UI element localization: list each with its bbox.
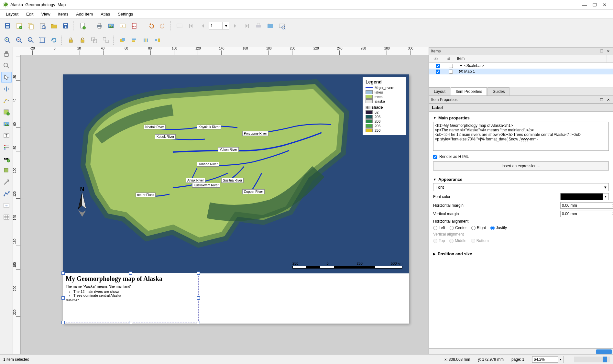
window-minimize-button[interactable]: — (582, 2, 587, 7)
add-scalebar-tool[interactable]: + (1, 153, 12, 164)
window-close-button[interactable]: ✕ (603, 2, 607, 7)
label-html-textarea[interactable] (433, 122, 609, 151)
window-maximize-button[interactable]: ❐ (593, 2, 597, 7)
unlock-button[interactable] (77, 35, 88, 46)
add-node-tool[interactable] (1, 188, 12, 199)
atlas-export-button[interactable]: ✦ (265, 20, 276, 31)
atlas-first-button[interactable] (186, 20, 197, 31)
ungroup-button[interactable] (100, 35, 111, 46)
item-visible-checkbox[interactable] (436, 64, 440, 68)
atlas-preview-button[interactable] (174, 20, 185, 31)
menu-edit[interactable]: Edit (23, 10, 37, 18)
items-undock-icon[interactable]: ❐ (599, 49, 604, 54)
pan-tool[interactable] (1, 49, 12, 60)
props-close-icon[interactable]: ✕ (606, 97, 611, 102)
atlas-settings-button[interactable] (276, 20, 287, 31)
export-image-button[interactable] (105, 20, 116, 31)
save-as-template-button[interactable] (60, 20, 71, 31)
add-page-button[interactable]: + (77, 20, 88, 31)
new-layout-button[interactable]: + (14, 20, 25, 31)
props-undock-icon[interactable]: ❐ (599, 97, 604, 102)
menu-atlas[interactable]: Atlas (97, 10, 113, 18)
tab-guides[interactable]: Guides (487, 87, 509, 95)
item-lock-checkbox[interactable] (449, 64, 453, 68)
zoom-full-button[interactable] (37, 35, 48, 46)
add-map-tool[interactable]: + (1, 107, 12, 118)
atlas-next-button[interactable] (230, 20, 241, 31)
render-html-checkbox[interactable] (433, 155, 437, 159)
h-margin-spinner[interactable]: ▲▼ (560, 202, 609, 209)
refresh-button[interactable] (49, 35, 60, 46)
edit-nodes-tool[interactable] (1, 95, 12, 106)
tab-item-properties[interactable]: Item Properties (451, 87, 487, 95)
scalebar-item[interactable]: 2500250500 km (292, 261, 402, 269)
save-button[interactable] (2, 20, 13, 31)
menu-settings[interactable]: Settings (115, 10, 136, 18)
item-lock-checkbox[interactable] (449, 70, 453, 74)
align-left-button[interactable] (129, 35, 140, 46)
zoom-in-button[interactable]: + (2, 35, 13, 46)
halign-right[interactable]: Right (471, 226, 486, 230)
halign-left[interactable]: Left (433, 226, 445, 230)
group-button[interactable] (89, 35, 100, 46)
add-picture-tool[interactable] (1, 118, 12, 129)
north-arrow[interactable]: N (72, 186, 92, 218)
menu-items[interactable]: Items (55, 10, 71, 18)
layout-canvas[interactable]: Noatak RiverKoyukuk RiverKobuk RiverPorc… (21, 55, 429, 354)
legend-row: lakes (366, 90, 403, 94)
font-color-button[interactable]: ▾ (560, 193, 609, 200)
layout-manager-button[interactable] (37, 20, 48, 31)
menu-view[interactable]: View (38, 10, 53, 18)
zoom-slider[interactable] (574, 357, 610, 362)
lock-button[interactable] (65, 35, 76, 46)
item-visible-checkbox[interactable] (436, 70, 440, 74)
halign-center[interactable]: Center (450, 226, 467, 230)
zoom-out-button[interactable]: − (14, 35, 25, 46)
menu-layout[interactable]: Layout (3, 10, 22, 18)
items-list[interactable]: Item ╍<Scalebar>🗺Map 1 (429, 55, 613, 87)
font-dropdown[interactable]: Font▾ (433, 183, 609, 191)
print-button[interactable] (94, 20, 105, 31)
duplicate-layout-button[interactable] (25, 20, 36, 31)
v-margin-spinner[interactable]: ▲▼ (560, 211, 609, 217)
add-arrow-tool[interactable] (1, 177, 12, 188)
export-svg-button[interactable]: ✦ (117, 20, 128, 31)
export-pdf-button[interactable]: PDF (129, 20, 140, 31)
select-tool[interactable] (1, 72, 12, 83)
zoom-tool[interactable] (1, 60, 12, 71)
atlas-print-button[interactable] (253, 20, 264, 31)
redo-button[interactable] (157, 20, 168, 31)
tab-layout[interactable]: Layout (429, 87, 450, 95)
insert-expression-button[interactable]: Insert an expression… (433, 161, 609, 171)
undo-button[interactable] (146, 20, 157, 31)
distribute-button[interactable] (140, 35, 151, 46)
position-size-toggle[interactable]: Position and size (433, 250, 609, 258)
add-label-tool[interactable]: T (1, 130, 12, 141)
atlas-last-button[interactable] (241, 20, 252, 31)
label-item[interactable]: My Geomorphology map of Alaska The name … (63, 273, 199, 323)
items-row[interactable]: 🗺Map 1 (429, 69, 613, 74)
map-frame[interactable]: Noatak RiverKoyukuk RiverKobuk RiverPorc… (63, 74, 409, 273)
zoom-combobox[interactable]: ▾ (532, 356, 564, 363)
add-table-tool[interactable] (1, 212, 12, 223)
atlas-prev-button[interactable] (197, 20, 208, 31)
open-folder-button[interactable] (49, 20, 60, 31)
raise-button[interactable] (117, 35, 128, 46)
river-label: Tanana River (197, 162, 219, 167)
atlas-page-input[interactable] (209, 22, 223, 30)
appearance-toggle[interactable]: Appearance (433, 176, 609, 183)
halign-justify[interactable]: Justify (490, 226, 507, 230)
resize-button[interactable] (152, 35, 163, 46)
main-properties-toggle[interactable]: Main properties (433, 114, 609, 122)
move-content-tool[interactable] (1, 83, 12, 94)
zoom-actual-button[interactable]: 1:1 (25, 35, 36, 46)
atlas-page-dropdown[interactable]: ▾ (223, 22, 229, 30)
add-shape-tool[interactable] (1, 165, 12, 176)
add-legend-tool[interactable] (1, 142, 12, 153)
menu-add-item[interactable]: Add Item (73, 10, 96, 18)
add-html-tool[interactable]: </> (1, 200, 12, 211)
props-hscrollbar[interactable] (429, 348, 613, 354)
items-row[interactable]: ╍<Scalebar> (429, 63, 613, 69)
svg-rect-18 (98, 23, 101, 25)
items-close-icon[interactable]: ✕ (606, 49, 611, 54)
